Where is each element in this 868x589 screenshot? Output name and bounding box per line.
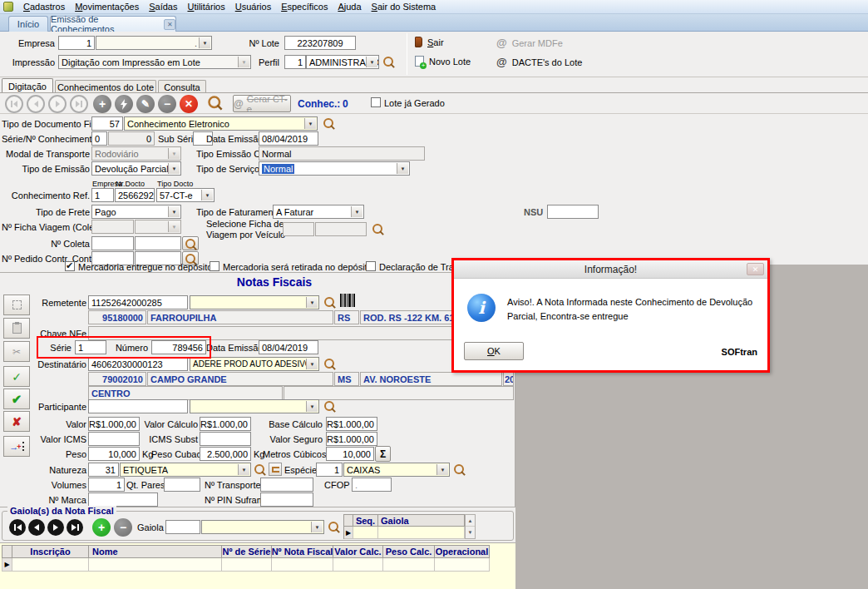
- nf-transfer-button[interactable]: →+: [3, 436, 30, 457]
- chevron-down-icon[interactable]: ▼: [351, 206, 362, 217]
- mercadoria-entregue-checkbox[interactable]: [65, 261, 75, 271]
- n-coleta-code-field[interactable]: [91, 236, 134, 250]
- n-coleta-field[interactable]: [135, 236, 181, 250]
- tipo-faturamento-combobox[interactable]: A Faturar ▼: [273, 205, 364, 219]
- tab-consulta[interactable]: Consulta: [158, 80, 206, 93]
- chevron-down-icon[interactable]: ▼: [366, 57, 377, 67]
- add-record-button[interactable]: +: [93, 95, 111, 113]
- previous-record-button[interactable]: [27, 95, 45, 113]
- gaiola-remove-button[interactable]: −: [114, 518, 132, 537]
- empresa-combobox[interactable]: . ▼: [96, 36, 212, 50]
- first-record-button[interactable]: [5, 95, 23, 113]
- lote-ja-gerado-checkbox[interactable]: [371, 97, 381, 107]
- chevron-down-icon[interactable]: ▼: [397, 163, 408, 174]
- search-icon[interactable]: [328, 522, 340, 533]
- icms-subst-field[interactable]: [200, 432, 251, 446]
- especie-combobox[interactable]: CAIXAS ▼: [343, 463, 450, 477]
- chevron-down-icon[interactable]: ▼: [436, 464, 448, 475]
- gaiola-first-button[interactable]: [9, 519, 26, 536]
- post-record-button[interactable]: [115, 95, 133, 113]
- ref-tipodocto-combobox[interactable]: 57-CT-e ▼: [156, 188, 215, 202]
- menu-item-cadastros[interactable]: Cadastros: [18, 1, 70, 12]
- valor-field[interactable]: R$1.000,00: [88, 417, 140, 431]
- chevron-down-icon[interactable]: ▼: [306, 359, 318, 369]
- ref-empresa-field[interactable]: 1: [91, 188, 114, 202]
- sum-button[interactable]: Σ: [375, 446, 391, 462]
- scroll-up-icon[interactable]: ▲: [466, 515, 475, 527]
- data-emissao-field[interactable]: 08/04/2019: [259, 131, 318, 146]
- search-icon[interactable]: [324, 401, 336, 413]
- chevron-down-icon[interactable]: ▼: [201, 190, 213, 200]
- participante-code-field[interactable]: [88, 399, 188, 413]
- chave-nfe-field[interactable]: [88, 326, 514, 340]
- n-marca-field[interactable]: [88, 492, 158, 507]
- numero-conhecimento-field[interactable]: 0: [108, 131, 155, 146]
- volumes-field[interactable]: 1: [88, 478, 125, 492]
- destinatario-combobox[interactable]: ADERE PROD AUTO ADESIVOS LTDA ▼: [190, 357, 319, 371]
- sair-button[interactable]: Sair: [415, 37, 444, 47]
- tab-inicio[interactable]: Início: [8, 16, 48, 32]
- tab-close-icon[interactable]: ✕: [164, 19, 175, 30]
- natureza-code-field[interactable]: 31: [88, 463, 119, 477]
- chevron-down-icon[interactable]: ▼: [306, 297, 318, 308]
- menu-item-saidas[interactable]: Saídas: [144, 1, 182, 12]
- grid-header-n-serie[interactable]: Nº de Série: [222, 545, 272, 558]
- peso-field[interactable]: 10,000: [88, 447, 140, 461]
- grid-header-inscricao[interactable]: Inscrição: [12, 545, 89, 558]
- mercadoria-retirada-checkbox[interactable]: [210, 261, 219, 271]
- tipo-servico-combobox[interactable]: Normal ▼: [259, 161, 410, 176]
- gaiola-grid-row-seq[interactable]: [353, 527, 378, 539]
- qt-pares-field[interactable]: [164, 478, 200, 492]
- destinatario-code-field[interactable]: 46062030000123: [88, 357, 188, 371]
- lote-field[interactable]: 223207809: [284, 36, 356, 50]
- n-coleta-search-button[interactable]: [182, 236, 199, 250]
- menu-item-sair-do-sistema[interactable]: Sair do Sistema: [367, 1, 441, 12]
- grid-header-n-nota-fiscal[interactable]: Nº Nota Fiscal: [272, 545, 333, 558]
- declaracao-transporte-checkbox[interactable]: [366, 261, 376, 271]
- serie-field[interactable]: 0: [91, 131, 107, 146]
- menu-item-movimentacoes[interactable]: Movimentações: [70, 1, 144, 12]
- search-icon[interactable]: [454, 464, 466, 476]
- menu-item-ajuda[interactable]: Ajuda: [333, 1, 366, 12]
- last-record-button[interactable]: [70, 95, 88, 113]
- dialog-ok-button[interactable]: OK: [464, 342, 524, 360]
- nf-paste-button[interactable]: [3, 318, 30, 339]
- gaiola-previous-button[interactable]: [28, 519, 45, 536]
- search-icon[interactable]: [254, 464, 266, 476]
- especie-code-field[interactable]: 1: [316, 463, 343, 477]
- link-natureza-icon[interactable]: [269, 463, 282, 476]
- ref-nrdocto-field[interactable]: 2566292: [115, 188, 155, 202]
- impressao-combobox[interactable]: Digitação com Impressão em Lote ▼: [58, 55, 251, 69]
- search-icon[interactable]: [324, 297, 336, 309]
- gaiola-next-button[interactable]: [47, 519, 64, 536]
- nf-serie-field[interactable]: 1: [75, 340, 106, 354]
- nsu-field[interactable]: [547, 205, 599, 219]
- empresa-code-field[interactable]: 1: [58, 36, 95, 50]
- natureza-combobox[interactable]: ETIQUETA ▼: [120, 463, 251, 477]
- participante-combobox[interactable]: ▼: [190, 399, 319, 413]
- gaiola-add-button[interactable]: +: [92, 518, 111, 537]
- chevron-down-icon[interactable]: ▼: [306, 401, 318, 412]
- scroll-down-icon[interactable]: ▼: [466, 527, 475, 538]
- search-icon[interactable]: [324, 359, 336, 370]
- n-transporte-field[interactable]: [260, 478, 313, 492]
- tab-emissao-conhecimentos[interactable]: Emissão de Conhecimentos ✕: [50, 16, 176, 32]
- valor-seguro-field[interactable]: R$1.000,00: [326, 432, 377, 446]
- chevron-down-icon[interactable]: ▼: [168, 206, 180, 217]
- menu-item-usuarios[interactable]: Usuários: [230, 1, 276, 12]
- barcode-icon[interactable]: [340, 294, 355, 309]
- remetente-combobox[interactable]: ▼: [190, 295, 319, 309]
- modal-combobox[interactable]: Rodoviário ▼: [91, 146, 181, 161]
- doc-fiscal-combobox[interactable]: Conhecimento Eletronico ▼: [124, 116, 318, 131]
- menu-item-utilitarios[interactable]: Utilitários: [182, 1, 229, 12]
- dacte-do-lote-button[interactable]: @ DACTE's do Lote: [496, 56, 582, 68]
- nf-numero-field[interactable]: 789456: [151, 340, 206, 354]
- nf-cancel-button[interactable]: ✘: [3, 411, 30, 432]
- remetente-code-field[interactable]: 11252642000285: [88, 295, 188, 309]
- grid-header-nome[interactable]: Nome: [89, 545, 222, 558]
- gerar-mdfe-button[interactable]: @ Gerar MDFe: [496, 37, 563, 49]
- dialog-title-bar[interactable]: Informação! ✕: [454, 260, 767, 279]
- valor-icms-field[interactable]: [88, 432, 140, 446]
- valor-calculo-field[interactable]: R$1.000,00: [200, 417, 251, 431]
- peso-cubado-field[interactable]: 2.500,000: [200, 447, 251, 461]
